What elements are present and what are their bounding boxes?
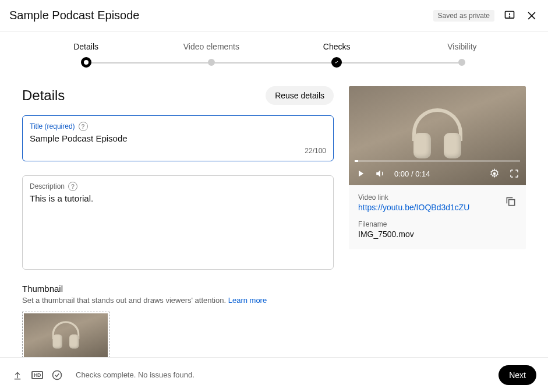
copy-icon[interactable] bbox=[505, 196, 517, 209]
thumbnail-title: Thumbnail bbox=[22, 284, 334, 294]
progress-stepper: Details Video elements Checks Visibility bbox=[0, 31, 548, 83]
footer-status: Checks complete. No issues found. bbox=[76, 370, 195, 379]
dialog-body: Details Reuse details Title (required) ?… bbox=[0, 83, 548, 366]
step-details[interactable]: Details bbox=[23, 42, 149, 68]
header-actions: Saved as private bbox=[433, 9, 539, 23]
fullscreen-icon[interactable] bbox=[508, 168, 520, 179]
video-link-label: Video link bbox=[358, 193, 517, 202]
time-display: 0:00 / 0:14 bbox=[394, 169, 430, 178]
thumbnail-option[interactable] bbox=[22, 312, 109, 361]
headphone-icon bbox=[405, 104, 469, 168]
filename-label: Filename bbox=[358, 220, 517, 228]
video-preview-card: 0:00 / 0:14 Video link https://youtu.be/… bbox=[349, 86, 526, 249]
preview-column: 0:00 / 0:14 Video link https://youtu.be/… bbox=[349, 86, 526, 366]
description-field[interactable]: Description ? bbox=[22, 175, 334, 270]
thumbnail-subtitle: Set a thumbnail that stands out and draw… bbox=[22, 296, 334, 305]
play-icon[interactable] bbox=[355, 168, 366, 179]
video-link[interactable]: https://youtu.be/IOQBd3d1cZU bbox=[358, 203, 517, 212]
help-icon[interactable]: ? bbox=[68, 182, 77, 191]
check-circle-icon bbox=[51, 369, 63, 381]
headphone-icon bbox=[48, 319, 84, 354]
svg-point-5 bbox=[493, 172, 496, 175]
step-checks[interactable]: Checks bbox=[274, 42, 399, 68]
section-title: Details bbox=[22, 87, 65, 104]
step-video-elements[interactable]: Video elements bbox=[149, 42, 274, 68]
next-button[interactable]: Next bbox=[498, 365, 536, 385]
video-player[interactable]: 0:00 / 0:14 bbox=[349, 86, 526, 185]
page-title: Sample Podcast Episode bbox=[9, 9, 139, 22]
thumbnail-section: Thumbnail Set a thumbnail that stands ou… bbox=[22, 284, 334, 366]
learn-more-link[interactable]: Learn more bbox=[228, 296, 267, 305]
saved-status-badge: Saved as private bbox=[433, 10, 494, 22]
details-column: Details Reuse details Title (required) ?… bbox=[22, 86, 334, 366]
description-label: Description bbox=[30, 182, 65, 190]
title-label: Title (required) bbox=[30, 122, 75, 130]
svg-rect-6 bbox=[509, 200, 515, 206]
reuse-details-button[interactable]: Reuse details bbox=[266, 86, 334, 105]
feedback-icon[interactable] bbox=[503, 9, 517, 23]
step-visibility[interactable]: Visibility bbox=[399, 42, 525, 68]
dialog-header: Sample Podcast Episode Saved as private bbox=[0, 0, 548, 31]
svg-point-7 bbox=[53, 370, 62, 379]
help-icon[interactable]: ? bbox=[79, 122, 88, 131]
svg-point-2 bbox=[510, 16, 510, 17]
upload-icon bbox=[12, 369, 23, 381]
close-icon[interactable] bbox=[525, 9, 539, 23]
title-field[interactable]: Title (required) ? 22/100 bbox=[22, 115, 334, 161]
settings-icon[interactable] bbox=[489, 168, 500, 179]
title-counter: 22/100 bbox=[30, 147, 326, 155]
title-input[interactable] bbox=[30, 133, 326, 143]
dialog-footer: HD Checks complete. No issues found. Nex… bbox=[0, 357, 548, 392]
filename-value: IMG_7500.mov bbox=[358, 229, 517, 239]
volume-icon[interactable] bbox=[374, 168, 386, 179]
hd-badge: HD bbox=[31, 371, 43, 379]
description-input[interactable] bbox=[30, 193, 326, 243]
